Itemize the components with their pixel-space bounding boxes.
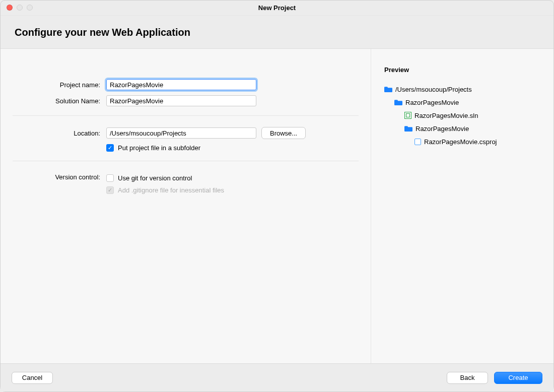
browse-button[interactable]: Browse... [261,127,306,139]
separator [13,115,359,116]
folder-icon [404,125,412,132]
folder-icon [384,86,392,93]
subfolder-checkbox[interactable]: ✓ [106,144,114,152]
tree-label: RazorPagesMovie [416,125,469,133]
subfolder-checkbox-label: Put project file in a subfolder [118,144,200,152]
window-controls [7,5,33,11]
content-area: Project name: Solution Name: Location: B… [1,49,553,363]
preview-title: Preview [384,66,541,74]
page-title: Configure your new Web Application [15,27,540,38]
minimize-window-icon [17,5,23,11]
gitignore-checkbox: ✓ [106,186,114,194]
tree-label: /Users/msoucoup/Projects [395,86,472,93]
use-git-checkbox-row[interactable]: Use git for version control [106,172,224,183]
solution-name-row: Solution Name: [13,95,359,106]
csproj-file-icon [414,139,421,145]
location-label: Location: [13,129,106,137]
project-name-label: Project name: [13,81,106,89]
tree-label: RazorPagesMovie.csproj [424,138,497,146]
tree-row-solution-folder: RazorPagesMovie [384,96,541,109]
subfolder-checkbox-row[interactable]: ✓ Put project file in a subfolder [106,144,359,152]
tree-row-sln: RazorPagesMovie.sln [384,109,541,122]
preview-pane: Preview /Users/msoucoup/Projects RazorPa… [371,49,553,363]
create-button[interactable]: Create [494,372,542,384]
gitignore-checkbox-row: ✓ Add .gitignore file for inessential fi… [106,183,224,197]
version-control-controls: Use git for version control ✓ Add .gitig… [106,172,224,197]
tree-label: RazorPagesMovie [405,99,459,106]
form-pane: Project name: Solution Name: Location: B… [1,49,371,363]
version-control-label: Version control: [13,172,106,181]
cancel-button[interactable]: Cancel [12,372,53,384]
close-window-icon[interactable] [7,5,13,11]
sln-file-icon [404,112,411,119]
folder-icon [394,99,402,106]
project-name-row: Project name: [13,79,359,90]
project-name-input[interactable] [106,79,256,90]
titlebar: New Project [1,1,553,16]
separator [13,161,359,161]
zoom-window-icon [27,5,33,11]
new-project-window: New Project Configure your new Web Appli… [0,0,554,392]
preview-tree: /Users/msoucoup/Projects RazorPagesMovie… [384,83,541,148]
tree-row-root: /Users/msoucoup/Projects [384,83,541,96]
solution-name-input[interactable] [106,95,256,106]
location-row: Location: Browse... [13,127,359,139]
window-title: New Project [258,4,296,12]
tree-label: RazorPagesMovie.sln [414,112,478,119]
use-git-checkbox-label: Use git for version control [118,174,192,182]
back-button[interactable]: Back [447,372,488,384]
tree-row-project-folder: RazorPagesMovie [384,122,541,135]
dialog-footer: Cancel Back Create [1,363,553,391]
location-input[interactable] [106,127,256,139]
use-git-checkbox[interactable] [106,174,114,182]
page-header: Configure your new Web Application [1,16,553,49]
version-control-row: Version control: Use git for version con… [13,172,359,197]
tree-row-csproj: RazorPagesMovie.csproj [384,135,541,148]
solution-name-label: Solution Name: [13,97,106,105]
gitignore-checkbox-label: Add .gitignore file for inessential file… [118,186,224,194]
